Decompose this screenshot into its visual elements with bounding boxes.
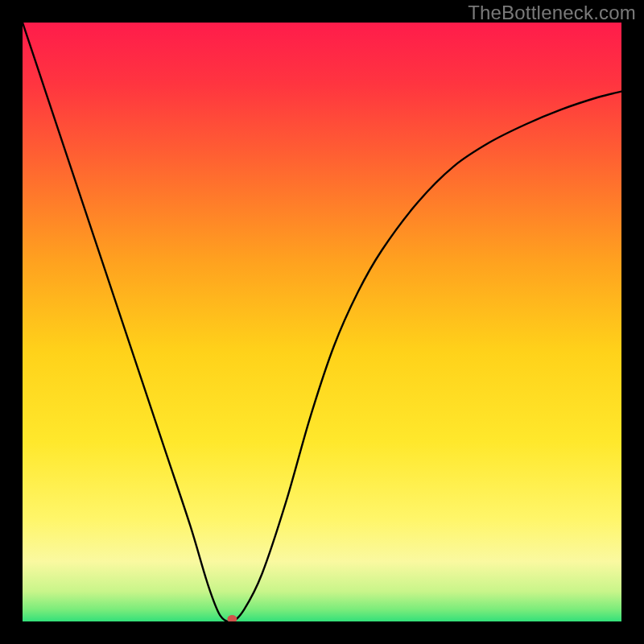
chart-frame: TheBottleneck.com: [0, 0, 644, 644]
plot-svg: [23, 23, 621, 621]
gradient-background: [23, 23, 621, 621]
watermark-text: TheBottleneck.com: [468, 2, 636, 24]
plot-area: [23, 23, 621, 621]
